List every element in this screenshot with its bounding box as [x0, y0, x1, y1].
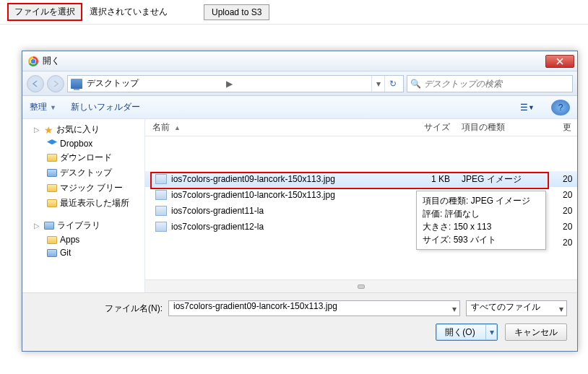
view-mode-button[interactable]: ☰ ▼: [518, 100, 537, 116]
close-icon: [556, 58, 563, 65]
file-row[interactable]: ios7colors-gradient09-lancork-150x113.jp…: [145, 171, 577, 187]
sidebar-favorites[interactable]: ▷★お気に入り: [22, 122, 144, 137]
arrow-left-icon: [31, 79, 40, 88]
search-box[interactable]: 🔍: [407, 75, 573, 92]
organize-menu[interactable]: 整理 ▼: [30, 101, 56, 113]
dialog-titlebar: 開く: [22, 51, 577, 71]
nav-back-button[interactable]: [27, 75, 44, 92]
dialog-footer: ファイル名(N): ios7colors-gradient09-lancork-…: [22, 292, 577, 351]
breadcrumb-dropdown[interactable]: ▾: [371, 76, 384, 92]
sidebar-item-magic[interactable]: マジック ブリー: [22, 181, 144, 196]
search-input[interactable]: [424, 79, 569, 89]
breadcrumb-arrow-icon: ▶: [226, 79, 233, 89]
horizontal-scrollbar[interactable]: [145, 279, 577, 292]
no-file-label: 選択されていません: [90, 6, 168, 18]
folder-icon: [47, 236, 57, 244]
sidebar-item-dropbox[interactable]: Dropbox: [22, 137, 144, 150]
sidebar-item-desktop[interactable]: デスクトップ: [22, 165, 144, 181]
dialog-body: ▷★お気に入り Dropbox ダウンロード デスクトップ マジック ブリー 最…: [22, 119, 577, 292]
folder-icon: [47, 199, 57, 207]
column-type[interactable]: 項目の種類: [457, 121, 558, 134]
image-file-icon: [155, 206, 167, 216]
column-headers[interactable]: 名前▲ サイズ 項目の種類 更: [145, 119, 577, 136]
column-size[interactable]: サイズ: [405, 121, 457, 134]
file-list[interactable]: ios7colors-gradient09-lancork-150x113.jp…: [145, 136, 577, 279]
sidebar-item-recent[interactable]: 最近表示した場所: [22, 196, 144, 211]
file-list-area: 名前▲ サイズ 項目の種類 更 ios7colors-gradient09-la…: [145, 119, 577, 292]
tooltip-line: 評価: 評価なし: [423, 207, 540, 220]
open-split-dropdown[interactable]: ▾: [485, 324, 497, 340]
star-icon: ★: [44, 124, 53, 136]
sidebar-libraries[interactable]: ▷ライブラリ: [22, 218, 144, 233]
image-file-icon: [155, 222, 167, 232]
dropdown-icon[interactable]: ▾: [452, 304, 457, 314]
image-file-icon: [155, 190, 167, 200]
sort-indicator-icon: ▲: [174, 124, 181, 131]
search-icon: 🔍: [410, 79, 421, 89]
breadcrumb[interactable]: デスクトップ ▶ ▾ ↻: [67, 75, 404, 92]
column-name[interactable]: 名前▲: [145, 121, 405, 134]
dialog-title: 開く: [43, 55, 545, 67]
open-button[interactable]: 開く(O) ▾: [436, 323, 498, 341]
folder-icon: [47, 184, 57, 192]
folder-icon: [47, 154, 57, 162]
new-folder-button[interactable]: 新しいフォルダー: [71, 101, 140, 113]
filename-label: ファイル名(N):: [33, 303, 163, 315]
nav-forward-button[interactable]: [47, 75, 64, 92]
tooltip-line: 大きさ: 150 x 113: [423, 220, 540, 233]
page-top-bar: ファイルを選択 選択されていません Upload to S3: [0, 0, 588, 25]
arrow-right-icon: [51, 79, 60, 88]
cancel-button[interactable]: キャンセル: [505, 323, 567, 341]
breadcrumb-refresh-button[interactable]: ↻: [384, 76, 400, 92]
library-icon: [44, 222, 54, 230]
tooltip-line: サイズ: 593 バイト: [423, 233, 540, 246]
image-file-icon: [155, 174, 167, 184]
file-tooltip: 項目の種類: JPEG イメージ 評価: 評価なし 大きさ: 150 x 113…: [416, 191, 546, 250]
file-filter-select[interactable]: すべてのファイル ▾: [466, 300, 567, 316]
file-open-dialog: 開く デスクトップ ▶ ▾ ↻ 🔍 整理 ▼ 新しいフォルダー ☰ ▼ ?: [22, 51, 578, 352]
folder-icon: [47, 169, 57, 177]
sidebar-item-downloads[interactable]: ダウンロード: [22, 150, 144, 165]
upload-s3-button[interactable]: Upload to S3: [204, 4, 269, 20]
desktop-icon: [71, 79, 82, 89]
choose-file-button[interactable]: ファイルを選択: [7, 3, 82, 21]
help-button[interactable]: ?: [551, 100, 570, 116]
column-date[interactable]: 更: [558, 121, 577, 134]
dialog-toolbar: 整理 ▼ 新しいフォルダー ☰ ▼ ?: [22, 96, 577, 119]
dropbox-icon: [47, 139, 57, 148]
dialog-sidebar: ▷★お気に入り Dropbox ダウンロード デスクトップ マジック ブリー 最…: [22, 119, 145, 292]
tooltip-line: 項目の種類: JPEG イメージ: [423, 194, 540, 207]
dropdown-icon[interactable]: ▾: [559, 304, 563, 314]
dialog-close-button[interactable]: [545, 55, 574, 68]
dialog-addressbar: デスクトップ ▶ ▾ ↻ 🔍: [22, 71, 577, 96]
chrome-icon: [28, 56, 38, 66]
sidebar-item-apps[interactable]: Apps: [22, 233, 144, 246]
folder-icon: [47, 249, 57, 257]
breadcrumb-location: デスクトップ: [87, 77, 222, 90]
filename-input[interactable]: ios7colors-gradient09-lancork-150x113.jp…: [168, 300, 460, 316]
sidebar-item-git[interactable]: Git: [22, 246, 144, 259]
